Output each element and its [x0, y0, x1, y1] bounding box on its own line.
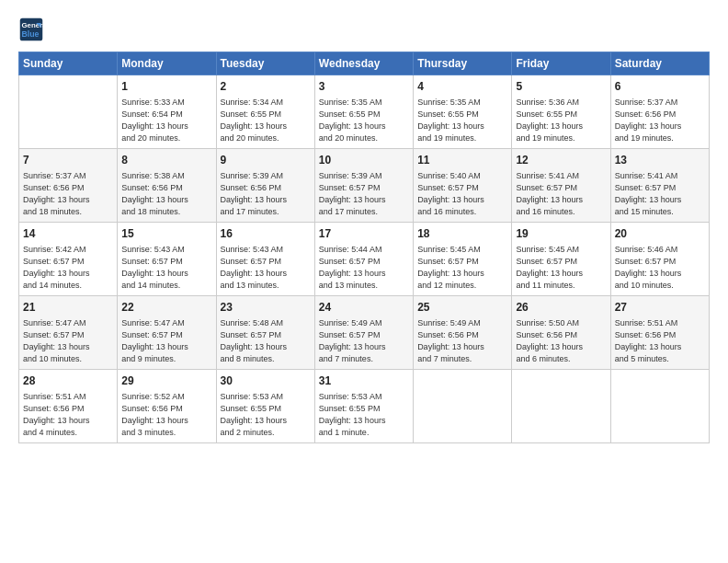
calendar-cell: 13Sunrise: 5:41 AM Sunset: 6:57 PM Dayli… [610, 148, 709, 222]
calendar-cell [19, 75, 118, 149]
calendar-cell: 21Sunrise: 5:47 AM Sunset: 6:57 PM Dayli… [19, 295, 118, 369]
calendar-cell: 3Sunrise: 5:35 AM Sunset: 6:55 PM Daylig… [314, 75, 413, 149]
day-info: Sunrise: 5:51 AM Sunset: 6:56 PM Dayligh… [23, 391, 113, 439]
calendar-cell: 29Sunrise: 5:52 AM Sunset: 6:56 PM Dayli… [118, 369, 216, 442]
calendar-cell: 12Sunrise: 5:41 AM Sunset: 6:57 PM Dayli… [512, 148, 610, 222]
day-number: 15 [121, 226, 211, 242]
day-number: 12 [516, 153, 606, 168]
day-info: Sunrise: 5:34 AM Sunset: 6:55 PM Dayligh… [221, 97, 311, 144]
day-number: 25 [417, 300, 507, 316]
calendar-cell [512, 369, 610, 442]
calendar-cell: 22Sunrise: 5:47 AM Sunset: 6:57 PM Dayli… [118, 295, 216, 369]
calendar-week-row: 28Sunrise: 5:51 AM Sunset: 6:56 PM Dayli… [19, 369, 710, 442]
calendar-cell: 30Sunrise: 5:53 AM Sunset: 6:55 PM Dayli… [216, 369, 314, 442]
day-info: Sunrise: 5:53 AM Sunset: 6:55 PM Dayligh… [319, 391, 409, 439]
day-info: Sunrise: 5:35 AM Sunset: 6:55 PM Dayligh… [417, 97, 507, 144]
day-info: Sunrise: 5:49 AM Sunset: 6:56 PM Dayligh… [417, 317, 507, 365]
calendar-cell: 27Sunrise: 5:51 AM Sunset: 6:56 PM Dayli… [610, 295, 709, 369]
svg-text:Blue: Blue [22, 29, 40, 39]
day-info: Sunrise: 5:44 AM Sunset: 6:57 PM Dayligh… [319, 244, 409, 292]
day-info: Sunrise: 5:37 AM Sunset: 6:56 PM Dayligh… [615, 97, 705, 144]
day-number: 6 [615, 79, 705, 95]
day-number: 18 [417, 226, 507, 242]
calendar-cell: 8Sunrise: 5:38 AM Sunset: 6:56 PM Daylig… [118, 148, 216, 222]
day-number: 2 [221, 79, 311, 95]
calendar-cell [414, 369, 512, 442]
col-header-sunday: Sunday [19, 52, 118, 75]
calendar-week-row: 1Sunrise: 5:33 AM Sunset: 6:54 PM Daylig… [19, 75, 710, 149]
day-info: Sunrise: 5:33 AM Sunset: 6:54 PM Dayligh… [121, 97, 211, 144]
day-number: 17 [319, 226, 409, 242]
day-number: 20 [615, 226, 705, 242]
day-info: Sunrise: 5:51 AM Sunset: 6:56 PM Dayligh… [615, 317, 705, 365]
calendar-cell: 2Sunrise: 5:34 AM Sunset: 6:55 PM Daylig… [216, 75, 314, 149]
calendar-cell [610, 369, 709, 442]
day-number: 4 [417, 79, 507, 95]
header: General Blue [18, 17, 710, 42]
col-header-monday: Monday [118, 52, 216, 75]
day-info: Sunrise: 5:39 AM Sunset: 6:57 PM Dayligh… [319, 170, 409, 218]
day-number: 7 [23, 153, 113, 168]
col-header-friday: Friday [512, 52, 610, 75]
col-header-saturday: Saturday [610, 52, 709, 75]
day-number: 14 [23, 226, 113, 242]
col-header-wednesday: Wednesday [314, 52, 413, 75]
day-number: 31 [319, 373, 409, 389]
day-info: Sunrise: 5:48 AM Sunset: 6:57 PM Dayligh… [221, 317, 311, 365]
calendar-cell: 18Sunrise: 5:45 AM Sunset: 6:57 PM Dayli… [414, 222, 512, 295]
day-number: 16 [221, 226, 311, 242]
day-info: Sunrise: 5:43 AM Sunset: 6:57 PM Dayligh… [221, 244, 311, 292]
day-info: Sunrise: 5:41 AM Sunset: 6:57 PM Dayligh… [615, 170, 705, 218]
day-number: 24 [319, 300, 409, 316]
day-number: 23 [221, 300, 311, 316]
day-info: Sunrise: 5:49 AM Sunset: 6:57 PM Dayligh… [319, 317, 409, 365]
calendar-cell: 15Sunrise: 5:43 AM Sunset: 6:57 PM Dayli… [118, 222, 216, 295]
day-number: 30 [221, 373, 311, 389]
day-info: Sunrise: 5:38 AM Sunset: 6:56 PM Dayligh… [121, 170, 211, 218]
calendar-cell: 31Sunrise: 5:53 AM Sunset: 6:55 PM Dayli… [314, 369, 413, 442]
calendar-table: SundayMondayTuesdayWednesdayThursdayFrid… [18, 52, 710, 443]
logo: General Blue [18, 17, 48, 42]
day-info: Sunrise: 5:37 AM Sunset: 6:56 PM Dayligh… [23, 170, 113, 218]
day-info: Sunrise: 5:41 AM Sunset: 6:57 PM Dayligh… [516, 170, 606, 218]
calendar-week-row: 14Sunrise: 5:42 AM Sunset: 6:57 PM Dayli… [19, 222, 710, 295]
calendar-cell: 20Sunrise: 5:46 AM Sunset: 6:57 PM Dayli… [610, 222, 709, 295]
day-info: Sunrise: 5:52 AM Sunset: 6:56 PM Dayligh… [121, 391, 211, 439]
calendar-cell: 28Sunrise: 5:51 AM Sunset: 6:56 PM Dayli… [19, 369, 118, 442]
day-number: 26 [516, 300, 606, 316]
col-header-tuesday: Tuesday [216, 52, 314, 75]
day-info: Sunrise: 5:39 AM Sunset: 6:56 PM Dayligh… [221, 170, 311, 218]
day-info: Sunrise: 5:46 AM Sunset: 6:57 PM Dayligh… [615, 244, 705, 292]
day-info: Sunrise: 5:43 AM Sunset: 6:57 PM Dayligh… [121, 244, 211, 292]
day-number: 21 [23, 300, 113, 316]
calendar-header-row: SundayMondayTuesdayWednesdayThursdayFrid… [19, 52, 710, 75]
day-info: Sunrise: 5:36 AM Sunset: 6:55 PM Dayligh… [516, 97, 606, 144]
day-number: 28 [23, 373, 113, 389]
day-number: 19 [516, 226, 606, 242]
calendar-cell: 16Sunrise: 5:43 AM Sunset: 6:57 PM Dayli… [216, 222, 314, 295]
day-number: 27 [615, 300, 705, 316]
calendar-cell: 10Sunrise: 5:39 AM Sunset: 6:57 PM Dayli… [314, 148, 413, 222]
calendar-cell: 25Sunrise: 5:49 AM Sunset: 6:56 PM Dayli… [414, 295, 512, 369]
day-info: Sunrise: 5:53 AM Sunset: 6:55 PM Dayligh… [221, 391, 311, 439]
calendar-week-row: 21Sunrise: 5:47 AM Sunset: 6:57 PM Dayli… [19, 295, 710, 369]
calendar-week-row: 7Sunrise: 5:37 AM Sunset: 6:56 PM Daylig… [19, 148, 710, 222]
day-info: Sunrise: 5:47 AM Sunset: 6:57 PM Dayligh… [23, 317, 113, 365]
day-info: Sunrise: 5:45 AM Sunset: 6:57 PM Dayligh… [417, 244, 507, 292]
day-info: Sunrise: 5:40 AM Sunset: 6:57 PM Dayligh… [417, 170, 507, 218]
calendar-cell: 19Sunrise: 5:45 AM Sunset: 6:57 PM Dayli… [512, 222, 610, 295]
day-number: 10 [319, 153, 409, 168]
calendar-cell: 14Sunrise: 5:42 AM Sunset: 6:57 PM Dayli… [19, 222, 118, 295]
day-number: 9 [221, 153, 311, 168]
calendar-cell: 1Sunrise: 5:33 AM Sunset: 6:54 PM Daylig… [118, 75, 216, 149]
day-number: 11 [417, 153, 507, 168]
day-number: 13 [615, 153, 705, 168]
calendar-cell: 5Sunrise: 5:36 AM Sunset: 6:55 PM Daylig… [512, 75, 610, 149]
day-info: Sunrise: 5:42 AM Sunset: 6:57 PM Dayligh… [23, 244, 113, 292]
calendar-cell: 11Sunrise: 5:40 AM Sunset: 6:57 PM Dayli… [414, 148, 512, 222]
day-info: Sunrise: 5:35 AM Sunset: 6:55 PM Dayligh… [319, 97, 409, 144]
calendar-cell: 6Sunrise: 5:37 AM Sunset: 6:56 PM Daylig… [610, 75, 709, 149]
day-number: 5 [516, 79, 606, 95]
calendar-cell: 24Sunrise: 5:49 AM Sunset: 6:57 PM Dayli… [314, 295, 413, 369]
day-number: 29 [121, 373, 211, 389]
